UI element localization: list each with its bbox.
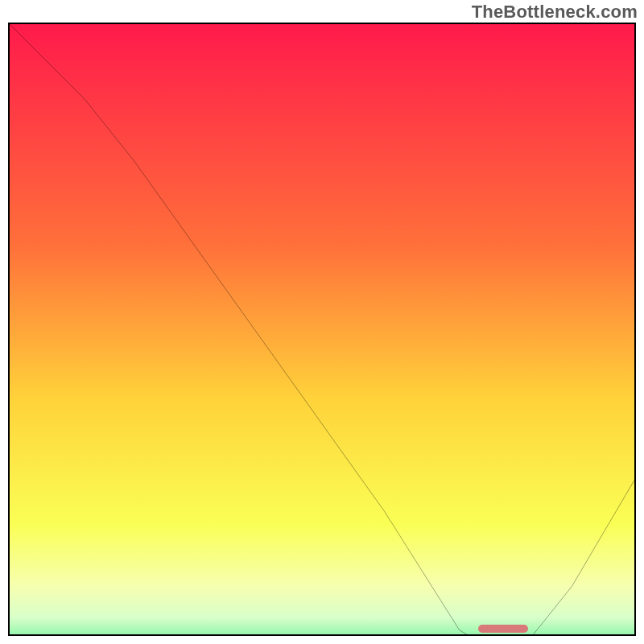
chart-container: TheBottleneck.com [0,0,644,644]
optimum-marker [478,625,528,633]
watermark-text: TheBottleneck.com [472,2,638,23]
plot-area [8,23,636,636]
bottleneck-curve [10,24,634,636]
